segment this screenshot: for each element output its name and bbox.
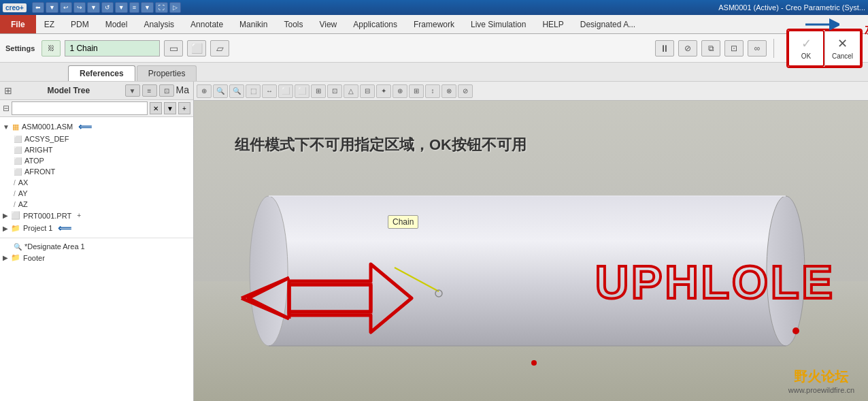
tree-item-footer[interactable]: ▶ 📁 Footer [0,252,193,263]
tree-item-az[interactable]: / AZ [0,199,193,210]
title-btn-7[interactable]: ▼ [115,2,128,13]
tree-item-acsys[interactable]: ⬜ ACSYS_DEF [0,133,193,144]
tree-settings-btn[interactable]: ▼ [125,84,140,97]
chain-icon-btn: ⛓ [41,40,61,57]
title-btn-11[interactable]: ▷ [169,2,181,13]
tree-columns-btn[interactable]: ≡ [142,84,157,97]
menu-tools[interactable]: Tools [276,15,311,33]
tree-item-prt0001[interactable]: ▶ ⬜ PRT0001.PRT + [0,210,193,221]
shape-btn-3[interactable]: ▱ [210,40,229,57]
vp-btn-zoom-fit[interactable]: ⊕ [197,84,212,98]
plane-icon-3: ⬜ [14,157,22,165]
menu-model[interactable]: Model [97,15,136,33]
vp-btn-1[interactable]: ⬚ [246,84,261,98]
ok-button[interactable]: ✓ OK [788,30,824,67]
asm-expand-icon: ▼ [3,123,10,131]
vp-btn-zoom-in[interactable]: 🔍 [213,84,228,98]
prt-file-icon: ⬜ [11,211,20,220]
tree-item-ax[interactable]: / AX [0,177,193,188]
title-btn-10[interactable]: ⛶ [155,2,168,13]
viewport: ⊕ 🔍 🔍 ⬚ ↔ ⬜ ⬜ ⊞ ⊡ △ ⊟ ✦ ⊕ ⊞ ↕ ⊗ ⊘ 组件模式下不… [194,82,868,401]
menu-help[interactable]: HELP [534,15,571,33]
vp-btn-8[interactable]: ⊟ [360,84,375,98]
settings-label: Settings [5,44,35,52]
vp-btn-14[interactable]: ⊘ [458,84,473,98]
vp-btn-11[interactable]: ⊞ [409,84,424,98]
chain-icon: ⛓ [48,44,54,52]
search-expand-btn[interactable]: ▼ [164,102,176,114]
tree-item-aright[interactable]: ⬜ ARIGHT [0,144,193,155]
chain-input[interactable]: 1 Chain [65,40,160,57]
atop-label: ATOP [24,157,44,165]
pause-btn[interactable]: ⏸ [655,40,674,57]
vp-btn-12[interactable]: ↕ [425,84,440,98]
app-logo: creo+ [3,3,27,12]
vp-btn-zoom-out[interactable]: 🔍 [229,84,244,98]
plane-icon-4: ⬜ [14,168,22,176]
menu-view[interactable]: View [311,15,345,33]
tree-add-btn[interactable]: + [178,102,190,114]
sidebar-toolbar: ⊟ ✕ ▼ + [0,100,193,117]
tree-item-designate[interactable]: 🔍 *Designate Area 1 [0,241,193,252]
tree-item-atop[interactable]: ⬜ ATOP [0,155,193,166]
vp-btn-2[interactable]: ↔ [262,84,277,98]
cancel-button[interactable]: ✕ Cancel [824,30,861,67]
model-tree-label: Model Tree [47,86,90,95]
vp-btn-5[interactable]: ⊞ [311,84,326,98]
cancel-x-icon: ✕ [837,36,848,51]
shape-btn-1[interactable]: ▭ [164,40,183,57]
designate-label: *Designate Area 1 [24,242,85,251]
title-btn-9[interactable]: ▼ [141,2,154,13]
btn-b2[interactable]: ⧉ [701,40,720,57]
vp-btn-7[interactable]: △ [344,84,358,98]
tab-references[interactable]: References [68,65,135,81]
tree-item-afront[interactable]: ⬜ AFRONT [0,166,193,177]
tree-item-ay[interactable]: / AY [0,188,193,199]
menu-annotate[interactable]: Annotate [182,15,231,33]
title-btn-5[interactable]: ▼ [87,2,100,13]
menu-applications[interactable]: Applications [345,15,405,33]
title-btn-6[interactable]: ↺ [101,2,114,13]
vp-btn-3[interactable]: ⬜ [278,84,293,98]
menu-pdm[interactable]: PDM [63,15,97,33]
title-btn-1[interactable]: ⬅ [32,2,44,13]
footer-label: Footer [23,254,45,262]
menu-ez[interactable]: EZ [36,15,63,33]
svg-point-16 [792,327,799,334]
search-clear-btn[interactable]: ✕ [150,102,162,114]
vp-btn-9[interactable]: ✦ [376,84,391,98]
tree-item-project1[interactable]: ▶ 📁 Project 1 ⟸ [0,221,193,235]
menu-analysis[interactable]: Analysis [135,15,182,33]
vp-btn-4[interactable]: ⬜ [295,84,310,98]
menu-live-simulation[interactable]: Live Simulation [463,15,534,33]
ma-link[interactable]: Ma [176,84,189,97]
btn-b4[interactable]: ∞ [748,40,767,57]
vp-btn-13[interactable]: ⊗ [441,84,456,98]
vp-btn-10[interactable]: ⊕ [393,84,407,98]
tree-item-asm0001[interactable]: ▼ ▦ ASM0001.ASM ⟸ [0,120,193,133]
sidebar: ⊞ Model Tree ▼ ≡ ⊡ Ma ⊟ ✕ ▼ + ▼ ▦ ASM000… [0,82,194,401]
title-btn-8[interactable]: ≡ [129,2,139,13]
gray-btn-annotation: 灰色按钮，不可用 [865,23,868,37]
svg-text:UPHLOLE: UPHLOLE [595,256,835,308]
acsys-label: ACSYS_DEF [24,135,69,143]
menu-designated[interactable]: Designated A... [572,15,644,33]
menu-framework[interactable]: Framework [405,15,463,33]
title-btn-4[interactable]: ↪ [73,2,86,13]
title-btn-3[interactable]: ↩ [60,2,72,13]
chain-tooltip: Chain [388,215,418,229]
menu-manikin[interactable]: Manikin [231,15,276,33]
tree-search-input[interactable] [12,101,148,115]
vp-btn-6[interactable]: ⊡ [327,84,342,98]
btn-b3[interactable]: ⊡ [724,40,744,57]
tab-properties[interactable]: Properties [137,65,197,81]
scene-3d: 组件模式下不可用指定区域，OK按钮不可用 [194,101,868,401]
ay-label: AY [18,189,28,197]
shape-btn-2[interactable]: ⬜ [187,40,206,57]
btn-b1[interactable]: ⊘ [678,40,697,57]
title-btn-2[interactable]: ▼ [46,2,59,13]
proj-blue-arrow: ⟸ [58,223,71,234]
plane-icon-1: ⬜ [14,135,22,143]
tree-view-btn[interactable]: ⊡ [159,84,174,97]
menu-file[interactable]: File [0,15,36,33]
